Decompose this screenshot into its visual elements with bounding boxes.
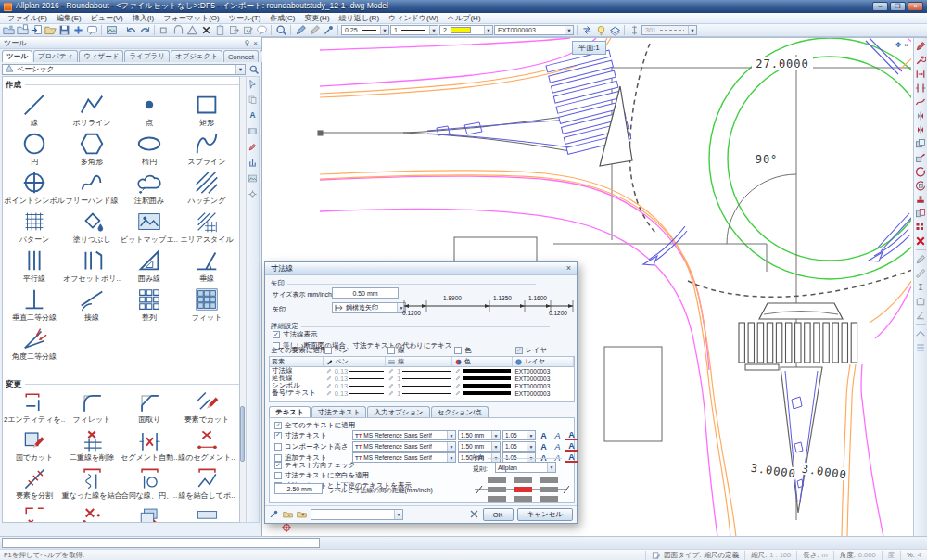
tool-セグメント自動..[interactable]: セグメント自動.. (121, 428, 178, 466)
palette-close-icon[interactable]: × (253, 39, 258, 47)
section-icon[interactable] (628, 25, 641, 36)
tool-面取り[interactable]: 面取り (121, 390, 178, 428)
italic-button[interactable]: A (552, 430, 564, 441)
text-a-icon[interactable]: A (248, 110, 258, 122)
checkbox[interactable] (454, 347, 462, 354)
balloon-icon[interactable] (255, 25, 268, 36)
table-row[interactable]: 延長線0.131EXT0000003 (270, 375, 574, 382)
freehand-edit-icon[interactable] (915, 95, 927, 108)
pin-icon[interactable]: ⚲ (244, 39, 249, 47)
tool-注釈囲み[interactable]: 注釈囲み (121, 169, 178, 208)
note-icon[interactable] (85, 25, 98, 36)
rotate-copy-icon[interactable] (915, 179, 927, 191)
menu-item[interactable]: ヘルプ(H) (443, 13, 486, 23)
menu-item[interactable]: 編集(E) (52, 13, 86, 23)
underline-button[interactable]: A (565, 430, 578, 440)
arrow-type-select[interactable]: 鋼構造矢印 ▼ (332, 302, 406, 313)
underline-button[interactable]: A (565, 441, 578, 452)
palette-tab-Connect[interactable]: Connect (223, 50, 259, 62)
open-project-icon[interactable] (2, 25, 15, 36)
color-cell[interactable] (452, 389, 514, 397)
bold-button[interactable]: A (538, 430, 550, 441)
tool-エリアスタイル[interactable]: エリアスタイル (178, 208, 235, 247)
tool-平行線[interactable]: 平行線 (6, 247, 63, 286)
tool-スプライン[interactable]: スプライン (178, 130, 235, 169)
layer-cell[interactable]: EXT0000003 (513, 375, 574, 382)
tool-多角形[interactable]: 多角形 (63, 130, 121, 169)
checkbox-色[interactable]: 色 (454, 346, 515, 355)
film-icon[interactable] (248, 126, 258, 138)
clip-send-icon[interactable] (241, 25, 254, 36)
dropper-icon[interactable] (322, 25, 335, 36)
checkbox[interactable] (274, 422, 282, 429)
viewport-caption[interactable]: 平面:1 (572, 41, 606, 55)
plane-icon[interactable] (915, 327, 927, 339)
gap-icon[interactable] (915, 82, 927, 94)
table-row[interactable]: シンボル0.131EXT0000003 (270, 382, 574, 389)
apply-all-text-checkbox[interactable]: 全てのテキストに適用 (274, 421, 355, 430)
mirror-copy-icon[interactable] (915, 123, 927, 135)
chart-icon[interactable] (248, 158, 258, 170)
checkbox-寸法テキスト[interactable]: 寸法テキスト (274, 431, 350, 440)
layer-cell[interactable]: EXT0000003 (513, 382, 574, 389)
line-cell[interactable]: 1 (386, 382, 452, 389)
tool-矩形[interactable]: 矩形 (178, 91, 235, 130)
checkbox[interactable] (274, 432, 282, 439)
scale-style-select[interactable]: 301▼ (641, 25, 697, 35)
image-icon[interactable] (248, 173, 258, 185)
measure-sum-icon[interactable]: Σ (915, 281, 927, 293)
tool-垂線[interactable]: 垂線 (178, 247, 235, 286)
layer-cell[interactable]: EXT0000003 (513, 367, 574, 375)
match-icon[interactable] (248, 95, 258, 107)
select-tool-icon[interactable] (248, 79, 258, 91)
factor-select[interactable]: 1.05▼ (502, 430, 536, 440)
copy-icon[interactable] (915, 137, 927, 149)
undo-icon[interactable] (124, 25, 137, 36)
selected-direction[interactable] (514, 487, 532, 492)
line-cell[interactable]: 1 (386, 367, 452, 375)
tool-mod-p3[interactable] (121, 504, 178, 523)
checkbox-コンポーネント高さ[interactable]: コンポーネント高さ (274, 442, 350, 452)
maximize-button[interactable]: ❐ (890, 2, 906, 11)
checkbox[interactable] (274, 443, 282, 451)
checkbox[interactable] (274, 472, 282, 479)
fileset-icon[interactable] (16, 25, 29, 36)
column-header-ペン[interactable]: ペン (324, 357, 387, 366)
save-icon[interactable] (57, 25, 70, 36)
tool-角度二等分線[interactable]: 角度二等分線 (6, 325, 63, 363)
menu-item[interactable]: ビュー(V) (86, 13, 128, 23)
options-icon[interactable] (248, 189, 258, 201)
tool-ポイントシンボル[interactable]: ポイントシンボル (6, 169, 63, 208)
palette-tab-オブジェクト[interactable]: オブジェクト (171, 50, 222, 62)
tool-囲み線[interactable]: 囲み線 (121, 247, 178, 286)
color-cell[interactable] (452, 367, 514, 375)
wrench-icon[interactable] (915, 54, 927, 66)
direction-rule-select[interactable]: Allplan ▼ (495, 462, 556, 473)
checkbox-テキスト方向チェック[interactable]: テキスト方向チェック (274, 461, 412, 470)
ok-button[interactable]: OK (483, 508, 514, 521)
line-color-select[interactable]: 2▼ (439, 25, 493, 35)
rotate-icon[interactable] (915, 165, 927, 177)
menu-item[interactable]: フォーマット(O) (159, 13, 224, 23)
tool-線のセグメント..[interactable]: 線のセグメント.. (178, 428, 235, 466)
palette-tab-ウィザード[interactable]: ウィザード (79, 50, 123, 62)
checkbox[interactable] (387, 347, 395, 354)
tool-垂直二等分線[interactable]: 垂直二等分線 (6, 286, 63, 325)
font-select[interactable]: MS Reference Sans Serif▼ (352, 430, 456, 440)
bold-button[interactable]: A (538, 441, 550, 452)
measure-length-icon[interactable] (915, 267, 927, 279)
palette-scrollbar[interactable] (240, 76, 247, 523)
move-icon[interactable] (915, 151, 927, 163)
tool-group-select[interactable]: ベーシック ▼ (2, 64, 246, 75)
tool-面でカット[interactable]: 面でカット (6, 428, 63, 466)
duplicate-icon[interactable] (915, 207, 927, 219)
line-cell[interactable]: 1 (386, 375, 452, 382)
tool-要素を分割[interactable]: 要素を分割 (6, 466, 63, 504)
open-icon[interactable] (44, 25, 57, 36)
tool-二重線を削除[interactable]: 二重線を削除 (63, 428, 121, 466)
menu-item[interactable]: ファイル(F) (3, 13, 52, 23)
italic-button[interactable]: A (552, 441, 564, 452)
scrollbar-thumb[interactable] (240, 406, 245, 462)
pen-cell[interactable]: 0.13 (324, 389, 387, 397)
tool-ハッチング[interactable]: ハッチング (178, 169, 235, 208)
